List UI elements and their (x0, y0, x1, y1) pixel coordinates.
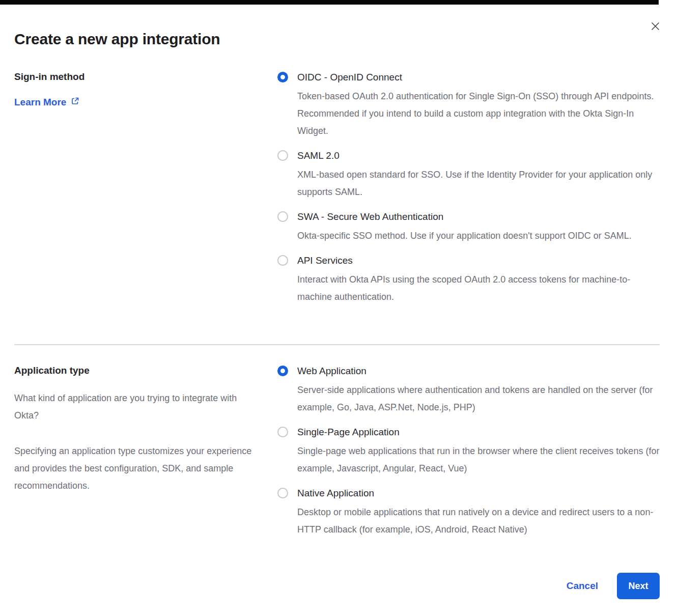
radio-option-label[interactable]: SAML 2.0 (297, 150, 660, 161)
cancel-button[interactable]: Cancel (567, 580, 598, 592)
learn-more-label: Learn More (14, 97, 66, 108)
radio-option-description: Token-based OAuth 2.0 authentication for… (297, 88, 660, 139)
radio-option-saml[interactable]: SAML 2.0 XML-based open standard for SSO… (277, 150, 660, 201)
application-type-intro: What kind of application are you trying … (14, 389, 258, 424)
radio-option-description: XML-based open standard for SSO. Use if … (297, 166, 660, 201)
radio-option-label[interactable]: API Services (297, 255, 660, 266)
radio-unselected-icon[interactable] (277, 255, 288, 266)
radio-option-description: Interact with Okta APIs using the scoped… (297, 271, 660, 305)
signin-method-left-column: Sign-in method Learn More (14, 71, 277, 316)
signin-method-heading: Sign-in method (14, 71, 277, 82)
radio-option-label[interactable]: OIDC - OpenID Connect (297, 71, 660, 83)
radio-option-web-application[interactable]: Web Application Server-side applications… (277, 365, 660, 416)
learn-more-link[interactable]: Learn More (14, 97, 79, 108)
radio-option-description: Single-page web applications that run in… (297, 442, 660, 477)
radio-unselected-icon[interactable] (277, 211, 288, 222)
dialog-footer: Cancel Next (14, 573, 660, 616)
radio-option-native-application[interactable]: Native Application Desktop or mobile app… (277, 487, 660, 538)
radio-option-label[interactable]: Web Application (297, 365, 660, 377)
radio-option-swa[interactable]: SWA - Secure Web Authentication Okta-spe… (277, 211, 660, 244)
radio-option-label[interactable]: Native Application (297, 487, 660, 499)
application-type-options: Web Application Server-side applications… (277, 365, 660, 548)
external-link-icon (71, 97, 79, 108)
section-divider (14, 344, 660, 345)
radio-option-label[interactable]: SWA - Secure Web Authentication (297, 211, 632, 222)
radio-unselected-icon[interactable] (277, 427, 288, 437)
radio-option-description: Server-side applications where authentic… (297, 381, 660, 416)
application-type-heading: Application type (14, 365, 277, 376)
radio-selected-icon[interactable] (277, 366, 288, 376)
application-type-left-column: Application type What kind of applicatio… (14, 365, 277, 548)
radio-selected-icon[interactable] (277, 72, 288, 82)
create-app-integration-dialog: Create a new app integration Sign-in met… (0, 0, 678, 616)
signin-method-section: Sign-in method Learn More OIDC - OpenID … (14, 71, 660, 316)
radio-option-description: Desktop or mobile applications that run … (297, 503, 660, 538)
close-icon (651, 22, 660, 33)
radio-unselected-icon[interactable] (277, 150, 288, 161)
radio-option-description: Okta-specific SSO method. Use if your ap… (297, 227, 632, 244)
signin-method-options: OIDC - OpenID Connect Token-based OAuth … (277, 71, 660, 316)
next-button[interactable]: Next (617, 573, 660, 599)
radio-unselected-icon[interactable] (277, 488, 288, 498)
radio-option-label[interactable]: Single-Page Application (297, 426, 660, 438)
top-border-bar (0, 0, 659, 5)
page-title: Create a new app integration (14, 0, 660, 48)
radio-option-single-page-application[interactable]: Single-Page Application Single-page web … (277, 426, 660, 477)
radio-option-api-services[interactable]: API Services Interact with Okta APIs usi… (277, 255, 660, 305)
application-type-note: Specifying an application type customize… (14, 442, 258, 494)
close-button[interactable] (648, 20, 662, 34)
application-type-section: Application type What kind of applicatio… (14, 365, 660, 548)
radio-option-oidc[interactable]: OIDC - OpenID Connect Token-based OAuth … (277, 71, 660, 139)
